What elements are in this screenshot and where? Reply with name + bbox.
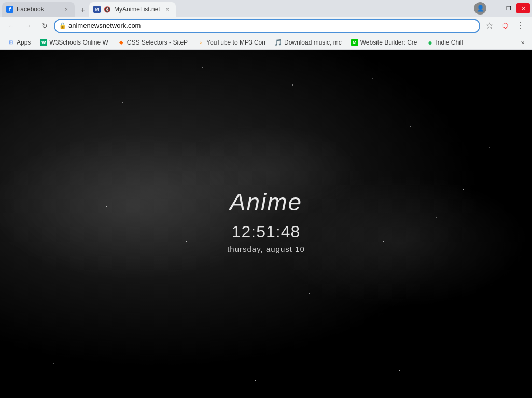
chrome-menu-button[interactable]: ⋮	[513, 19, 528, 33]
tab-myanimelist-close[interactable]: ×	[163, 5, 172, 13]
page-date: thursday, august 10	[227, 245, 305, 253]
tab-facebook[interactable]: f Facebook ×	[2, 2, 75, 17]
window-controls: 👤 — ❐ ✕	[474, 2, 530, 15]
back-button[interactable]: ←	[4, 19, 19, 33]
minimize-button[interactable]: —	[487, 3, 501, 13]
download-favicon: 🎵	[275, 39, 282, 46]
youtube-favicon: ♪	[197, 39, 204, 46]
mute-icon: 🔇	[104, 6, 111, 13]
bookmark-apps-label: Apps	[17, 39, 31, 46]
bookmark-website[interactable]: M Website Builder: Cre	[347, 38, 422, 47]
close-button[interactable]: ✕	[516, 3, 530, 13]
profile-button[interactable]: 👤	[474, 2, 486, 15]
bookmark-star-button[interactable]: ☆	[482, 19, 497, 33]
indie-favicon: ●	[427, 39, 434, 46]
bookmarks-bar: ⊞ Apps W W3Schools Online W ◆ CSS Select…	[0, 35, 532, 50]
bookmark-indie-label: Indie Chill	[436, 39, 464, 46]
page-time: 12:51:48	[227, 222, 305, 241]
bookmark-youtube-label: YouTube to MP3 Con	[206, 39, 265, 46]
restore-button[interactable]: ❐	[502, 3, 515, 13]
reload-button[interactable]: ↻	[37, 19, 52, 33]
bookmark-w3schools-label: W3Schools Online W	[49, 39, 108, 46]
bookmark-download-label: Download music, mc	[284, 39, 342, 46]
bookmark-w3schools[interactable]: W W3Schools Online W	[36, 38, 112, 47]
browser-frame: f Facebook × + M 🔇 MyAnimeList.net × 👤 —…	[0, 0, 532, 398]
website-favicon: M	[351, 39, 358, 46]
url-input[interactable]	[68, 22, 475, 30]
bookmark-apps[interactable]: ⊞ Apps	[3, 38, 35, 47]
tab-facebook-close[interactable]: ×	[62, 5, 71, 13]
toolbar-actions: ☆ ⬡ ⋮	[482, 19, 528, 33]
lock-icon: 🔒	[59, 22, 66, 29]
page-content: Anime 12:51:48 thursday, august 10	[0, 50, 532, 398]
tab-myanimelist-title: MyAnimeList.net	[114, 6, 160, 13]
bookmark-download[interactable]: 🎵 Download music, mc	[271, 38, 346, 47]
forward-button[interactable]: →	[21, 19, 35, 33]
w3schools-favicon: W	[40, 39, 47, 46]
extensions-button[interactable]: ⬡	[498, 19, 512, 33]
bookmark-css[interactable]: ◆ CSS Selectors - SiteP	[114, 38, 192, 47]
apps-favicon: ⊞	[7, 39, 15, 46]
page-site-title: Anime	[227, 188, 305, 216]
bookmark-indie[interactable]: ● Indie Chill	[423, 38, 468, 47]
tab-facebook-title: Facebook	[17, 6, 59, 13]
tabs-area: f Facebook × + M 🔇 MyAnimeList.net ×	[2, 0, 472, 17]
facebook-favicon: f	[6, 6, 13, 13]
title-bar: f Facebook × + M 🔇 MyAnimeList.net × 👤 —…	[0, 0, 532, 17]
myanimelist-favicon: M	[93, 6, 101, 13]
address-bar[interactable]: 🔒	[54, 19, 480, 33]
bookmark-website-label: Website Builder: Cre	[360, 39, 417, 46]
bookmark-youtube[interactable]: ♪ YouTube to MP3 Con	[193, 38, 270, 47]
bookmarks-overflow-button[interactable]: »	[516, 36, 529, 49]
tab-myanimelist[interactable]: M 🔇 MyAnimeList.net ×	[89, 2, 176, 17]
toolbar: ← → ↻ 🔒 ☆ ⬡ ⋮	[0, 17, 532, 35]
page-center-content: Anime 12:51:48 thursday, august 10	[227, 188, 305, 253]
new-tab-button[interactable]: +	[77, 4, 89, 17]
bookmark-css-label: CSS Selectors - SiteP	[127, 39, 188, 46]
css-favicon: ◆	[118, 39, 125, 46]
